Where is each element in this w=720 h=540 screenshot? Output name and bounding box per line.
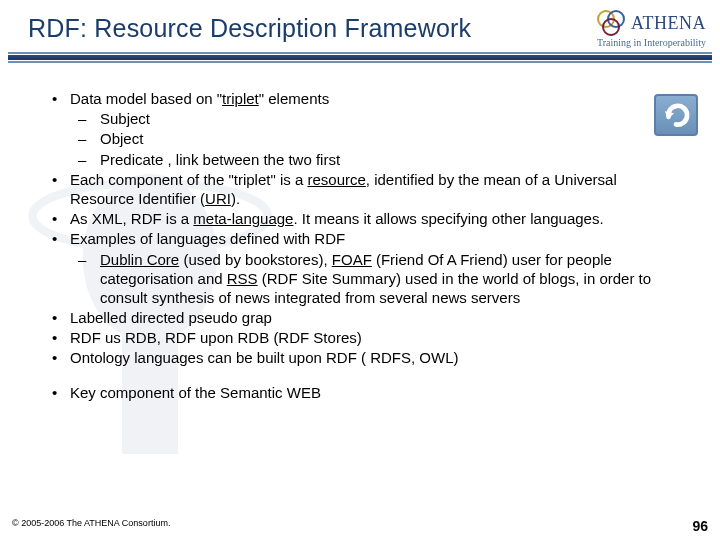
slide-title: RDF: Resource Description Framework — [28, 10, 548, 43]
bullet-item: As XML, RDF is a meta-language. It means… — [52, 209, 680, 228]
copyright-text: © 2005-2006 The ATHENA Consortium. — [12, 518, 170, 534]
sub-bullet-item: Object — [78, 129, 680, 148]
bullet-item: Key component of the Semantic WEB — [52, 383, 680, 402]
logo-text: ATHENA — [631, 13, 706, 34]
bullet-item: Ontology languages can be built upon RDF… — [52, 348, 680, 367]
sub-bullet-item: Subject — [78, 109, 680, 128]
bullet-item: Examples of languages defined with RDFDu… — [52, 229, 680, 307]
logo-tagline: Training in Interoperability — [548, 37, 706, 48]
header-divider — [0, 52, 720, 63]
bullet-item: Data model based on "triplet" elementsSu… — [52, 89, 680, 169]
sub-bullet-item: Dublin Core (used by bookstores), FOAF (… — [78, 250, 680, 308]
bullet-item: Each component of the "triplet" is a res… — [52, 170, 680, 208]
athena-rings-icon — [597, 10, 627, 36]
slide-footer: © 2005-2006 The ATHENA Consortium. 96 — [12, 518, 708, 534]
page-number: 96 — [692, 518, 708, 534]
sub-bullet-item: Predicate , link between the two first — [78, 150, 680, 169]
bullet-item: RDF us RDB, RDF upon RDB (RDF Stores) — [52, 328, 680, 347]
slide-content: Data model based on "triplet" elementsSu… — [0, 63, 720, 402]
slide-header: RDF: Resource Description Framework ATHE… — [0, 0, 720, 48]
bullet-item: Labelled directed pseudo grap — [52, 308, 680, 327]
athena-logo-block: ATHENA Training in Interoperability — [548, 10, 706, 48]
